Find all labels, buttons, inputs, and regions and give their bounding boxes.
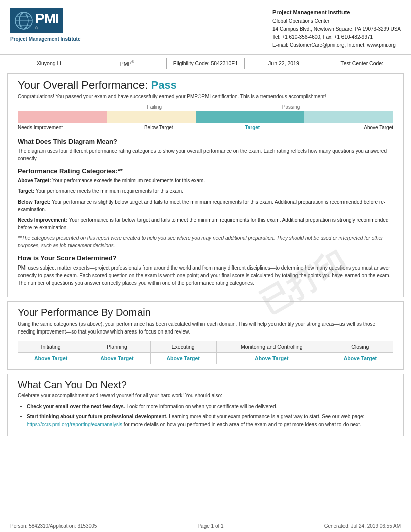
- eligibility-code: Eligibility Code: 5842310E1: [167, 58, 245, 69]
- scale-spacer2: [188, 104, 257, 110]
- diagram-title: What Does This Diagram Mean?: [18, 138, 393, 145]
- ni-text: Your performance is far below target and…: [18, 217, 388, 230]
- target-item: Target: Your performance meets the minim…: [18, 187, 393, 195]
- registered-mark: ®: [35, 26, 59, 30]
- bar-target: [196, 111, 304, 123]
- cat-target: Target: [206, 125, 300, 130]
- below-target-label: Below Target:: [18, 199, 50, 205]
- next-item-1: Check your email over the next few days.…: [27, 403, 393, 411]
- next-list: Check your email over the next few days.…: [27, 403, 393, 429]
- next-item2-text: Learning more about your exam performanc…: [167, 414, 364, 419]
- col-closing: Closing: [327, 341, 393, 353]
- domain-section: Your Performance By Domain Using the sam…: [7, 301, 404, 370]
- above-target-label: Above Target:: [18, 178, 51, 183]
- cat-bt: Below Target: [112, 125, 206, 130]
- overall-result: Pass: [151, 79, 177, 91]
- footer-person: Person: 5842310/Application: 3153005: [10, 523, 97, 529]
- institute-name: Project Management Institute: [10, 36, 80, 42]
- next-item2-link[interactable]: https://ccrs.pmi.org/reporting/examanaly…: [27, 422, 122, 427]
- header-contact: Project Management Institute Global Oper…: [272, 8, 401, 49]
- next-item1-text: Look for more information on when your c…: [125, 404, 278, 409]
- next-item-2: Start thinking about your future profess…: [27, 413, 393, 429]
- footer: Person: 5842310/Application: 3153005 Pag…: [0, 520, 411, 532]
- address-line3: Tel: +1 610-356-4600, Fax: +1 610-482-99…: [272, 33, 401, 41]
- overall-prefix: Your Overall Performance:: [18, 79, 151, 91]
- domain-table: Initiating Planning Executing Monitoring…: [18, 341, 393, 364]
- scale-labels: Failing Passing: [18, 104, 393, 110]
- below-target-item: Below Target: Your performance is slight…: [18, 198, 393, 213]
- logo-area: PMI ® Project Management Institute: [10, 8, 111, 42]
- scale-spacer3: [325, 104, 393, 110]
- result-planning: Above Target: [84, 353, 150, 364]
- diagram-text: The diagram uses four different performa…: [18, 147, 393, 162]
- bar-above-target: [304, 111, 393, 123]
- ni-item: Needs Improvement: Your performance is f…: [18, 216, 393, 231]
- next-item2-bold: Start thinking about your future profess…: [27, 414, 167, 419]
- diagram-section: What Does This Diagram Mean? The diagram…: [18, 138, 393, 162]
- result-executing: Above Target: [150, 353, 216, 364]
- cert-type: PMP®: [88, 58, 166, 69]
- above-target-text: Your performance exceeds the minimum req…: [51, 178, 206, 183]
- domain-header-row: Initiating Planning Executing Monitoring…: [18, 341, 393, 353]
- perf-cat-footnote: **The categories presented on this repor…: [18, 234, 393, 249]
- ni-label: Needs Improvement:: [18, 217, 67, 223]
- exam-date: Jun 22, 2019: [245, 58, 323, 69]
- category-labels: Needs Improvement Below Target Target Ab…: [18, 125, 393, 130]
- test-center: Test Center Code:: [323, 58, 401, 69]
- perf-cat-title: Performance Rating Categories:**: [18, 167, 393, 175]
- perf-categories-section: Performance Rating Categories:** Above T…: [18, 167, 393, 249]
- scale-spacer: [18, 104, 120, 110]
- logo-box: PMI ®: [10, 8, 63, 33]
- org-name: Project Management Institute: [272, 8, 401, 17]
- score-title: How is Your Score Determined?: [18, 254, 393, 262]
- pmi-logo-text: PMI ®: [35, 12, 59, 30]
- cat-ni: Needs Improvement: [18, 125, 112, 130]
- target-label: Target:: [18, 188, 34, 194]
- overall-performance: Your Overall Performance: Pass Congratul…: [18, 79, 393, 130]
- footer-page: Page 1 of 1: [197, 523, 223, 529]
- scale-bar: [18, 111, 393, 123]
- scale-failing: Failing: [120, 104, 188, 110]
- result-closing: Above Target: [327, 353, 393, 364]
- result-monitoring: Above Target: [216, 353, 327, 364]
- domain-subtitle: Using the same categories (as above), yo…: [18, 320, 393, 336]
- address-line2: 14 Campus Blvd., Newtown Square, PA 1907…: [272, 25, 401, 33]
- cat-at: Above Target: [300, 125, 394, 130]
- domain-result-row: Above Target Above Target Above Target A…: [18, 353, 393, 364]
- info-bar: Xiuyong Li PMP® Eligibility Code: 584231…: [10, 58, 401, 70]
- target-text: Your performance meets the minimum requi…: [34, 188, 183, 194]
- domain-title: Your Performance By Domain: [18, 307, 393, 318]
- above-target-item: Above Target: Your performance exceeds t…: [18, 177, 393, 184]
- main-section: Your Overall Performance: Pass Congratul…: [7, 73, 404, 297]
- next-section: What Can You Do Next? Celebrate your acc…: [7, 374, 404, 436]
- next-subtitle: Celebrate your accomplishment and reward…: [18, 393, 393, 398]
- candidate-name: Xiuyong Li: [10, 58, 88, 69]
- pmi-letters: PMI: [35, 12, 59, 26]
- overall-title: Your Overall Performance: Pass: [18, 79, 393, 92]
- bar-below-target: [107, 111, 197, 123]
- header: PMI ® Project Management Institute Proje…: [0, 0, 411, 55]
- result-initiating: Above Target: [18, 353, 84, 364]
- next-item2-after: for more details on how you performed in…: [122, 422, 361, 427]
- col-executing: Executing: [150, 341, 216, 353]
- score-text: PMI uses subject matter experts—project …: [18, 264, 393, 287]
- congrats-text: Congratulations! You passed your exam an…: [18, 94, 393, 99]
- col-planning: Planning: [84, 341, 150, 353]
- address-line1: Global Operations Center: [272, 17, 401, 25]
- col-monitoring: Monitoring and Controlling: [216, 341, 327, 353]
- address-line4: E-mail: CustomerCare@pmi.org, Internet: …: [272, 41, 401, 49]
- score-section: How is Your Score Determined? PMI uses s…: [18, 254, 393, 287]
- bar-needs-improvement: [18, 111, 107, 123]
- next-title: What Can You Do Next?: [18, 379, 393, 391]
- scale-passing: Passing: [257, 104, 325, 110]
- below-target-text: Your performance is slightly below targe…: [18, 199, 385, 212]
- col-initiating: Initiating: [18, 341, 84, 353]
- footer-generated: Generated: Jul 24, 2019 06:55 AM: [324, 523, 401, 529]
- globe-icon: [14, 11, 33, 30]
- next-item1-bold: Check your email over the next few days.: [27, 404, 125, 409]
